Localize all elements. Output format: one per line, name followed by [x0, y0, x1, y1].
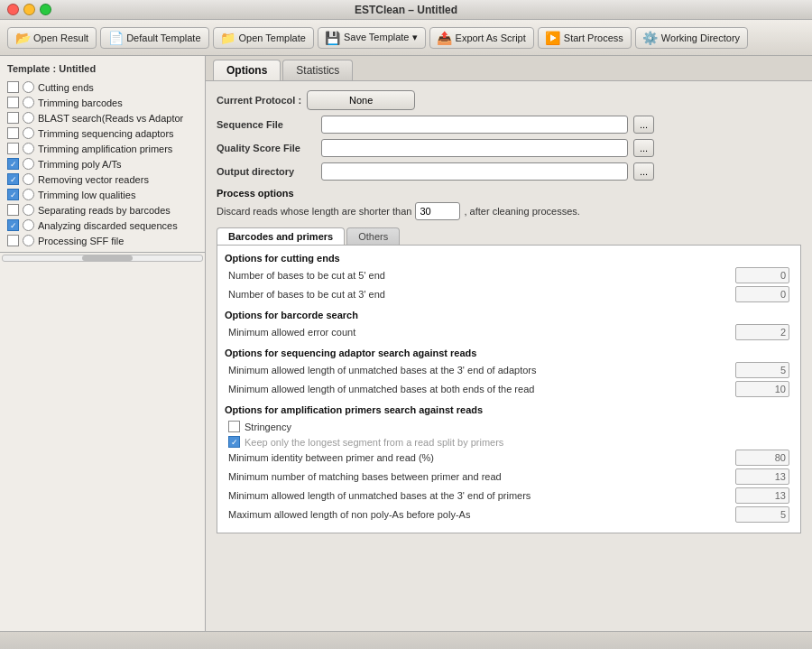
save-template-label: Save Template ▾ [344, 32, 418, 43]
analyzing-discarded-radio[interactable] [23, 219, 34, 231]
sidebar-item-trimming-low[interactable]: Trimming low qualities [0, 187, 205, 202]
protocol-row: Current Protocol : None [217, 90, 801, 110]
export-script-label: Export As Script [456, 32, 526, 43]
adaptor-min-both-input[interactable] [735, 381, 789, 397]
sequence-file-browse[interactable]: ... [633, 116, 654, 134]
trimming-barcodes-checkbox[interactable] [7, 97, 19, 108]
tab-statistics[interactable]: Statistics [282, 60, 353, 80]
process-options-header: Process options [217, 188, 801, 199]
trimming-seq-radio[interactable] [23, 127, 34, 139]
adaptor-min-both-label: Minimum allowed length of unmatched base… [228, 384, 534, 394]
protocol-button[interactable]: None [307, 90, 415, 110]
open-result-button[interactable]: 📂 Open Result [7, 27, 97, 49]
sidebar-item-trimming-amp[interactable]: Trimming amplification primers [0, 141, 205, 156]
sub-tab-bar: Barcodes and primers Others [217, 227, 801, 246]
start-process-button[interactable]: ▶️ Start Process [538, 27, 632, 49]
sub-tab-barcodes[interactable]: Barcodes and primers [217, 227, 345, 245]
stringency-checkbox[interactable] [228, 421, 240, 432]
five-prime-input[interactable] [735, 267, 789, 283]
primer-min-unmatched-row: Minimum allowed length of unmatched base… [225, 487, 793, 504]
protocol-label: Current Protocol : [217, 95, 301, 106]
trimming-low-checkbox[interactable] [7, 189, 19, 200]
separating-reads-label: Separating reads by barcodes [38, 205, 198, 216]
sidebar-item-trimming-barcodes[interactable]: Trimming barcodes [0, 95, 205, 110]
three-prime-input[interactable] [735, 286, 789, 302]
cutting-ends-radio[interactable] [23, 81, 34, 93]
trimming-seq-checkbox[interactable] [7, 127, 19, 139]
processing-sff-label: Processing SFF file [38, 236, 198, 246]
sub-tab-others[interactable]: Others [346, 227, 400, 245]
discard-value-input[interactable] [415, 202, 460, 220]
sidebar-item-poly-at[interactable]: Trimming poly A/Ts [0, 156, 205, 172]
stringency-label: Stringency [245, 422, 291, 432]
trimming-seq-label: Trimming sequencing adaptors [38, 128, 198, 139]
trimming-amp-checkbox[interactable] [7, 143, 19, 154]
min-identity-input[interactable] [735, 450, 789, 466]
default-template-button[interactable]: 📄 Default Template [100, 27, 208, 49]
sidebar-item-removing-vector[interactable]: Removing vector readers [0, 172, 205, 187]
processing-sff-radio[interactable] [23, 235, 34, 246]
discard-suffix: , after cleaning processes. [464, 206, 579, 217]
barcode-search-header: Options for barcorde search [225, 310, 793, 320]
min-matching-label: Minimum number of matching bases between… [228, 471, 502, 482]
output-dir-browse[interactable]: ... [633, 162, 654, 181]
five-prime-row: Number of bases to be cut at 5' end [225, 267, 793, 283]
primer-min-unmatched-input[interactable] [735, 487, 789, 504]
max-poly-row: Maximum allowed length of non poly-As be… [225, 506, 793, 523]
quality-score-browse[interactable]: ... [633, 139, 654, 157]
max-poly-input[interactable] [735, 506, 789, 523]
maximize-button[interactable] [40, 4, 51, 15]
sidebar-item-analyzing-discarded[interactable]: Analyzing discarded sequences [0, 218, 205, 233]
sidebar-item-processing-sff[interactable]: Processing SFF file [0, 233, 205, 248]
sequence-file-row: Sequence File ... [217, 116, 801, 134]
adaptor-search-header: Options for sequencing adaptor search ag… [225, 348, 793, 358]
poly-at-checkbox[interactable] [7, 158, 19, 170]
removing-vector-radio[interactable] [23, 173, 34, 185]
default-template-icon: 📄 [108, 31, 123, 45]
processing-sff-checkbox[interactable] [7, 235, 19, 246]
sidebar-item-trimming-seq[interactable]: Trimming sequencing adaptors [0, 125, 205, 141]
export-script-button[interactable]: 📤 Export As Script [429, 27, 534, 49]
min-error-label: Minimum allowed error count [228, 327, 355, 338]
scroll-thumb [82, 255, 132, 261]
trimming-low-radio[interactable] [23, 189, 34, 200]
primer-search-header: Options for amplification primers search… [225, 404, 793, 415]
three-prime-row: Number of bases to be cut at 3' end [225, 286, 793, 302]
adaptor-min-unmatched-input[interactable] [735, 362, 789, 378]
open-template-icon: 📁 [221, 31, 235, 45]
trimming-barcodes-radio[interactable] [23, 97, 34, 108]
min-error-input[interactable] [735, 324, 789, 340]
cutting-ends-checkbox[interactable] [7, 81, 19, 93]
save-template-button[interactable]: 💾 Save Template ▾ [318, 27, 426, 49]
analyzing-discarded-checkbox[interactable] [7, 219, 19, 231]
minimize-button[interactable] [23, 4, 35, 15]
poly-at-radio[interactable] [23, 158, 34, 170]
quality-score-input[interactable] [321, 139, 628, 157]
separating-reads-radio[interactable] [23, 204, 34, 216]
keep-longest-checkbox[interactable] [228, 436, 240, 448]
sidebar: Template : Untitled Cutting ends Trimmin… [0, 56, 206, 631]
output-dir-input[interactable] [321, 162, 628, 181]
trimming-amp-radio[interactable] [23, 143, 34, 154]
sequence-file-input[interactable] [321, 116, 628, 134]
discard-prefix: Discard reads whose length are shorter t… [217, 206, 411, 217]
keep-longest-label: Keep only the longest segment from a rea… [245, 437, 503, 448]
export-script-icon: 📤 [438, 31, 452, 45]
working-dir-button[interactable]: ⚙️ Working Directory [635, 27, 748, 49]
blast-search-checkbox[interactable] [7, 112, 19, 124]
scroll-track[interactable] [2, 255, 203, 262]
sidebar-item-cutting-ends[interactable]: Cutting ends [0, 79, 205, 95]
start-process-label: Start Process [564, 32, 623, 43]
removing-vector-checkbox[interactable] [7, 173, 19, 185]
min-matching-input[interactable] [735, 468, 789, 485]
sidebar-item-blast-search[interactable]: BLAST search(Reads vs Adaptor [0, 110, 205, 125]
trimming-low-label: Trimming low qualities [38, 190, 198, 200]
close-button[interactable] [7, 4, 19, 15]
tab-options[interactable]: Options [213, 60, 281, 80]
separating-reads-checkbox[interactable] [7, 204, 19, 216]
sidebar-item-separating-reads[interactable]: Separating reads by barcodes [0, 202, 205, 218]
min-matching-row: Minimum number of matching bases between… [225, 468, 793, 485]
open-template-button[interactable]: 📁 Open Template [213, 27, 314, 49]
blast-search-radio[interactable] [23, 112, 34, 124]
content-area: Options Statistics Current Protocol : No… [206, 56, 812, 631]
